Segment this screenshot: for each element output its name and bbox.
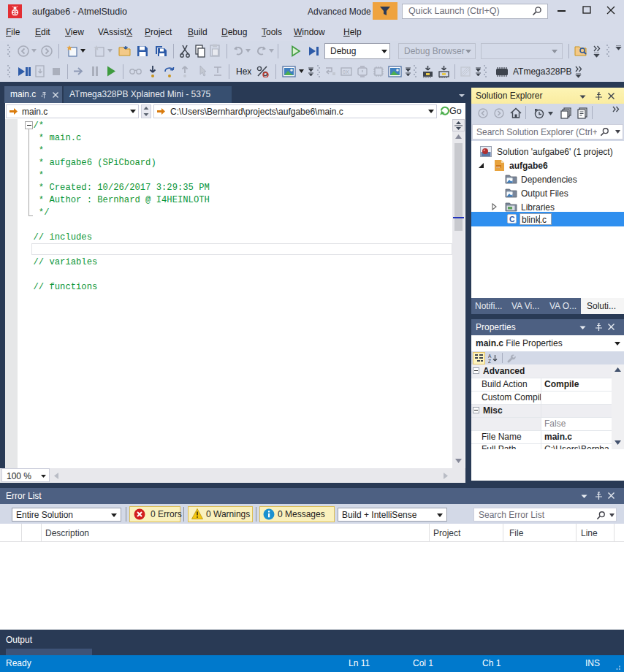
svg-text:0X: 0X: [343, 69, 349, 75]
svg-text:exe: exe: [496, 166, 501, 169]
svg-text:Z: Z: [488, 359, 491, 363]
svg-text:A: A: [488, 354, 492, 359]
